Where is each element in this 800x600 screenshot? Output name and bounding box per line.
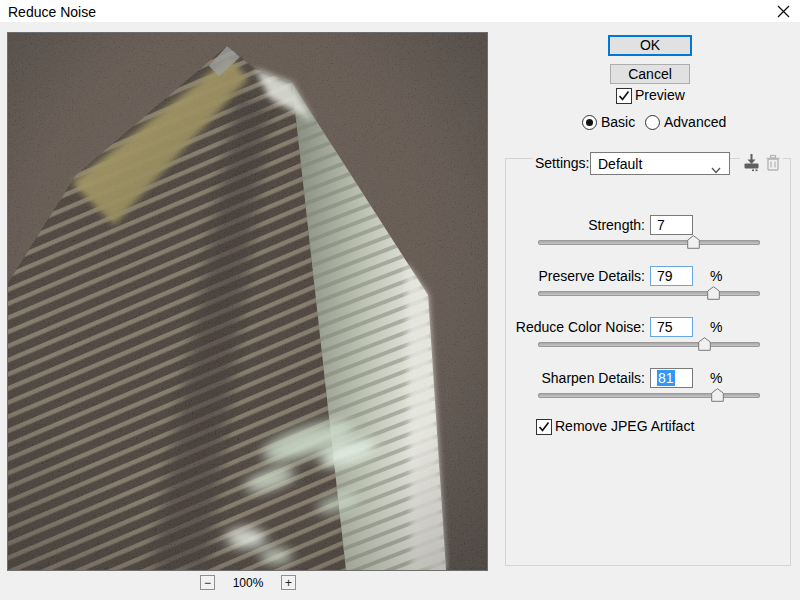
preview-checkbox-label[interactable]: Preview <box>635 87 685 103</box>
reduce-color-noise-label: Reduce Color Noise: <box>503 319 645 335</box>
basic-radio[interactable] <box>582 115 597 130</box>
reduce-color-noise-slider[interactable] <box>538 342 760 347</box>
close-icon[interactable] <box>775 3 792 20</box>
reduce-color-noise-slider-thumb[interactable] <box>698 337 711 351</box>
basic-radio-label[interactable]: Basic <box>601 114 635 130</box>
remove-jpeg-artifact-label[interactable]: Remove JPEG Artifact <box>555 418 694 434</box>
checkmark-icon <box>538 421 550 433</box>
sharpen-details-slider-thumb[interactable] <box>711 388 724 402</box>
preserve-details-label: Preserve Details: <box>503 268 645 284</box>
checkmark-icon <box>618 90 630 102</box>
sharpen-details-unit: % <box>710 370 722 386</box>
sharpen-details-input[interactable]: 81 <box>650 368 693 388</box>
zoom-out-button[interactable]: − <box>200 575 215 590</box>
settings-dropdown[interactable]: Default <box>590 152 730 175</box>
strength-input[interactable]: 7 <box>650 215 693 235</box>
dialog-title: Reduce Noise <box>8 4 96 20</box>
reduce-color-noise-input[interactable]: 75 <box>650 317 693 337</box>
radio-dot <box>586 119 593 126</box>
chevron-down-icon <box>711 161 721 177</box>
advanced-radio[interactable] <box>645 115 660 130</box>
reduce-color-noise-unit: % <box>710 319 722 335</box>
image-preview[interactable] <box>8 33 487 570</box>
reduce-noise-dialog: Reduce Noise <box>0 0 800 600</box>
settings-label: Settings: <box>533 155 593 171</box>
preview-checkbox[interactable] <box>616 88 632 104</box>
save-settings-icon[interactable] <box>740 153 763 175</box>
title-bar: Reduce Noise <box>0 0 800 22</box>
preserve-details-slider[interactable] <box>538 291 760 296</box>
strength-label: Strength: <box>503 217 645 233</box>
strength-slider-thumb[interactable] <box>687 235 700 249</box>
zoom-level: 100% <box>222 576 274 590</box>
preserve-details-input[interactable]: 79 <box>650 266 693 286</box>
delete-settings-trash-icon[interactable] <box>763 154 783 175</box>
zoom-in-button[interactable]: + <box>281 575 296 590</box>
remove-jpeg-artifact-checkbox[interactable] <box>536 419 552 435</box>
advanced-radio-label[interactable]: Advanced <box>664 114 726 130</box>
preserve-details-slider-thumb[interactable] <box>707 286 720 300</box>
sharpen-details-label: Sharpen Details: <box>503 370 645 386</box>
ok-button[interactable]: OK <box>608 35 692 56</box>
preserve-details-unit: % <box>710 268 722 284</box>
selected-text: 81 <box>657 370 675 386</box>
strength-slider[interactable] <box>538 240 760 245</box>
building-night-photo <box>8 33 487 570</box>
cancel-button[interactable]: Cancel <box>610 64 690 84</box>
settings-dropdown-value: Default <box>598 156 642 172</box>
sharpen-details-slider[interactable] <box>538 393 760 398</box>
